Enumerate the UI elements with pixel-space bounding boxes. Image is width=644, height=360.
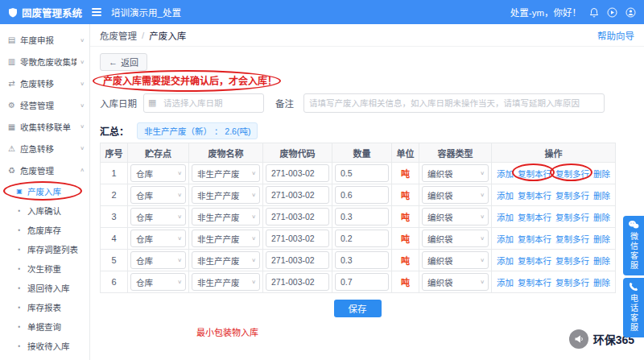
sidebar-subitem-secondary-weighing[interactable]: ▪ 次生称重 xyxy=(0,259,89,278)
sidebar-item-annual-report[interactable]: ▤ 年度申报 ∨ xyxy=(0,29,89,51)
unit-label: 吨 xyxy=(392,228,419,250)
storage-select[interactable]: 仓库∨ xyxy=(130,230,186,247)
container-type-select[interactable]: 编织袋∨ xyxy=(422,164,489,182)
sidebar-item-emergency-transfer[interactable]: ⚠ 应急转移 ∨ xyxy=(0,138,89,159)
row-number: 3 xyxy=(101,206,128,228)
inbound-form-row: 入库日期 ▦ 备注 xyxy=(100,93,634,114)
delete-row-link[interactable]: 删除 xyxy=(593,233,610,245)
sidebar-subitem-receive-pending-inbound[interactable]: ▪ 接收待入库 xyxy=(0,336,89,355)
waste-name-select[interactable]: 非生产产废∨ xyxy=(192,230,260,247)
quantity-input[interactable] xyxy=(335,186,389,204)
remark-label: 备注 xyxy=(275,97,294,110)
sidebar-subitem-inventory-adjust-list[interactable]: ▪ 库存调整列表 xyxy=(0,239,89,259)
copy-multi-link[interactable]: 复制多行 xyxy=(555,276,589,288)
sidebar-subitem-return-pending-inbound[interactable]: ▪ 退回待入库 xyxy=(0,278,89,297)
storage-select[interactable]: 仓库∨ xyxy=(130,186,186,204)
storage-select[interactable]: 仓库∨ xyxy=(130,164,186,182)
copy-row-link[interactable]: 复制本行 xyxy=(518,211,551,223)
delete-row-link[interactable]: 删除 xyxy=(593,189,610,201)
hamburger-menu-icon[interactable] xyxy=(90,6,103,18)
container-type-select[interactable]: 编织袋∨ xyxy=(422,186,489,204)
copy-row-link[interactable]: 复制本行 xyxy=(518,276,551,288)
add-row-link[interactable]: 添加 xyxy=(497,168,514,180)
bell-icon[interactable] xyxy=(589,7,599,18)
storage-select[interactable]: 仓库∨ xyxy=(130,208,186,226)
copy-multi-link[interactable]: 复制多行 xyxy=(555,254,589,267)
remark-input[interactable] xyxy=(303,93,605,113)
delete-row-link[interactable]: 删除 xyxy=(593,211,610,223)
sidebar-subitem-waste-inbound[interactable]: ▣ 产废入库 xyxy=(0,181,89,201)
inbound-warning-text: 产废入库需要提交并确认后，才会入库！ xyxy=(103,76,634,88)
sidebar-item-label: 收集转移联单 xyxy=(20,121,76,133)
report-icon: ▪ xyxy=(14,304,24,311)
add-row-link[interactable]: 添加 xyxy=(497,254,514,267)
add-row-link[interactable]: 添加 xyxy=(497,276,514,288)
sidebar-subitem-label: 退回待入库 xyxy=(27,282,70,294)
waste-code-field: 271-003-02 xyxy=(266,186,329,204)
copy-multi-link[interactable]: 复制多行 xyxy=(555,233,589,245)
copy-multi-link[interactable]: 复制多行 xyxy=(555,211,589,223)
storage-select[interactable]: 仓库∨ xyxy=(130,251,186,269)
container-type-select[interactable]: 编织袋∨ xyxy=(422,273,489,291)
sidebar-subitem-document-query[interactable]: ▪ 单据查询 xyxy=(0,317,89,336)
waste-name-select[interactable]: 非生产产废∨ xyxy=(192,251,260,269)
waste-name-select[interactable]: 非生产产废∨ xyxy=(192,186,260,204)
chevron-down-icon: ∨ xyxy=(251,213,256,219)
phone-service-button[interactable]: 电话客服 xyxy=(623,278,644,337)
sidebar-item-operation-mgmt[interactable]: ⚙ 经营管理 ∨ xyxy=(0,94,89,116)
confirm-icon: ▪ xyxy=(14,207,24,214)
account-circle-icon[interactable] xyxy=(625,7,636,18)
sidebar-item-label: 年度申报 xyxy=(20,34,76,46)
storage-select[interactable]: 仓库∨ xyxy=(130,273,186,291)
quantity-input[interactable] xyxy=(335,164,389,182)
table-row: 2 仓库∨ 非生产产废∨ 271-003-02 吨 编织袋∨ 添加复制本行复制多… xyxy=(101,184,616,206)
sidebar-item-label: 经营管理 xyxy=(20,99,76,111)
add-row-link[interactable]: 添加 xyxy=(497,233,514,245)
delete-row-link[interactable]: 删除 xyxy=(593,254,610,267)
sidebar-item-hazwaste-mgmt[interactable]: ♻ 危废管理 ∧ xyxy=(0,159,89,181)
wechat-service-label: 微信客服 xyxy=(628,232,640,271)
waste-name-select[interactable]: 非生产产废∨ xyxy=(192,273,260,291)
inbound-date-input[interactable] xyxy=(143,93,264,113)
return-icon: ▪ xyxy=(14,284,24,292)
delete-row-link[interactable]: 删除 xyxy=(593,276,610,288)
inbound-icon: ▣ xyxy=(14,188,24,195)
sidebar-subitem-inventory-report[interactable]: ▪ 库存报表 xyxy=(0,297,89,317)
sidebar-item-hazwaste-transfer[interactable]: ⇄ 危废转移 ∨ xyxy=(0,72,89,94)
back-button[interactable]: ← 返回 xyxy=(100,53,147,71)
container-type-select[interactable]: 编织袋∨ xyxy=(422,230,489,247)
delete-row-link[interactable]: 删除 xyxy=(593,168,610,180)
waste-name-select[interactable]: 非生产产废∨ xyxy=(192,208,260,226)
add-row-link[interactable]: 添加 xyxy=(497,211,514,223)
quantity-input[interactable] xyxy=(335,230,389,247)
sidebar-subitem-label: 危废库存 xyxy=(27,224,61,236)
sidebar-subitem-inbound-confirm[interactable]: ▪ 入库确认 xyxy=(0,201,89,220)
container-type-select[interactable]: 编织袋∨ xyxy=(422,251,489,269)
quantity-input[interactable] xyxy=(335,208,389,226)
copy-row-link[interactable]: 复制本行 xyxy=(518,168,551,180)
chevron-down-icon: ∨ xyxy=(480,257,485,263)
help-guide-link[interactable]: 帮助向导 xyxy=(597,29,634,42)
phone-service-label: 电话客服 xyxy=(628,294,640,333)
copy-row-link[interactable]: 复制本行 xyxy=(518,233,551,245)
sidebar-item-scattered-collection[interactable]: ▥ 零散危废收集填报 ∨ xyxy=(0,51,89,72)
save-button[interactable]: 保存 xyxy=(334,300,382,317)
add-row-link[interactable]: 添加 xyxy=(497,189,514,201)
copy-multi-link[interactable]: 复制多行 xyxy=(555,168,589,180)
chevron-down-icon: ∨ xyxy=(177,279,182,284)
brand-logo-icon xyxy=(8,7,18,18)
quantity-input[interactable] xyxy=(335,273,389,291)
copy-multi-link[interactable]: 复制多行 xyxy=(555,189,589,201)
sidebar-subitem-hazwaste-inventory[interactable]: ▪ 危废库存 xyxy=(0,220,89,239)
wechat-service-button[interactable]: 微信客服 xyxy=(623,216,644,275)
waste-name-select[interactable]: 非生产产废∨ xyxy=(192,164,260,182)
sidebar-item-transfer-manifest[interactable]: ▦ 收集转移联单 ∨ xyxy=(0,116,89,138)
chevron-down-icon: ∨ xyxy=(177,235,182,241)
chevron-down-icon: ∨ xyxy=(480,213,485,219)
copy-row-link[interactable]: 复制本行 xyxy=(518,254,551,267)
copy-row-link[interactable]: 复制本行 xyxy=(518,189,551,201)
quantity-input[interactable] xyxy=(335,251,389,269)
play-circle-icon[interactable] xyxy=(607,7,617,18)
breadcrumb-root[interactable]: 危废管理 xyxy=(100,29,137,42)
container-type-select[interactable]: 编织袋∨ xyxy=(422,208,489,226)
